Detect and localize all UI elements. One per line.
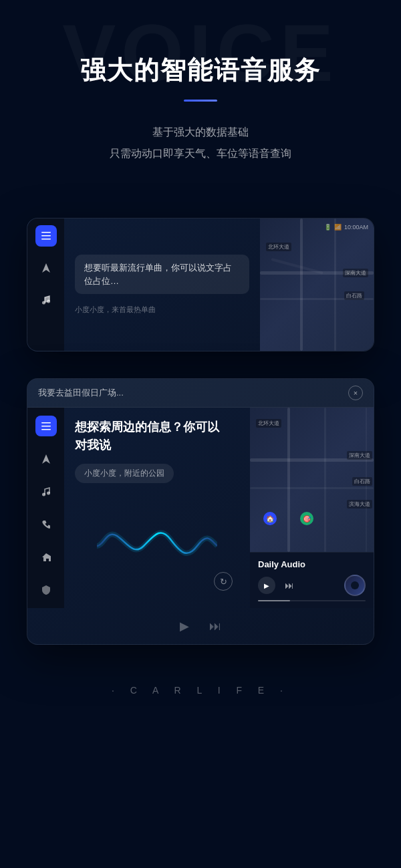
map-label-north: 北环大道: [256, 419, 281, 428]
ctrl-next-icon[interactable]: ⏭: [209, 619, 221, 633]
carlife-footer: · C A R L I F E ·: [112, 685, 289, 722]
time-display: 10:00AM: [344, 224, 368, 231]
svg-rect-2: [41, 239, 51, 240]
screen-mockup-1: 想要听最新流行单曲，你可以说文字占位占位… 小度小度，来首最热单曲 北环大道 深…: [27, 218, 374, 351]
close-button[interactable]: ×: [348, 386, 363, 400]
subtitle-line2: 只需动动口即享天气、车位等语音查询: [80, 143, 321, 164]
screen2-sidebar-home[interactable]: [35, 547, 57, 567]
title-section: 强大的智能语音服务 基于强大的数据基础 只需动动口即享天气、车位等语音查询: [80, 53, 321, 164]
main-title: 强大的智能语音服务: [80, 53, 321, 88]
sidebar-1: [27, 219, 64, 351]
wifi-icon: 📶: [334, 224, 342, 231]
screen1-chat-text: 想要听最新流行单曲，你可以说文字占位占位…: [84, 261, 240, 287]
screen2-sidebar-shield[interactable]: [35, 579, 57, 600]
voice-wave-area: ↻: [75, 494, 239, 597]
map-label-bai: 白石路: [352, 477, 372, 486]
screen2-body: 想探索周边的信息？你可以 对我说 小度小度，附近的公园: [27, 408, 374, 608]
screen1-right-panel: 北环大道 深南大道 白石路 🔋 📶 10:00AM: [260, 219, 374, 351]
svg-marker-3: [42, 263, 50, 273]
screen1-left-panel: 想要听最新流行单曲，你可以说文字占位占位… 小度小度，来首最热单曲: [64, 219, 260, 351]
sidebar-icon-music[interactable]: [35, 289, 57, 311]
map-label-bin: 滨海大道: [347, 500, 372, 509]
screen2-header-text: 我要去益田假日广场...: [38, 387, 124, 399]
screen2-sidebar: [27, 408, 64, 608]
svg-point-11: [47, 491, 50, 494]
voice-prompt-title: 想探索周边的信息？你可以 对我说: [75, 418, 239, 454]
refresh-button[interactable]: ↻: [214, 572, 233, 591]
screen1-sub-text: 小度小度，来首最热单曲: [75, 305, 249, 315]
main-content: 强大的智能语音服务 基于强大的数据基础 只需动动口即享天气、车位等语音查询: [0, 0, 401, 722]
screen1-status-bar: 🔋 📶 10:00AM: [324, 224, 368, 231]
title-underline-decoration: [184, 100, 217, 102]
progress-fill: [258, 600, 290, 601]
ctrl-play-icon[interactable]: ▶: [180, 619, 189, 633]
battery-icon: 🔋: [324, 224, 331, 231]
audio-disc: [344, 575, 366, 596]
play-button[interactable]: ▶: [258, 577, 275, 594]
svg-rect-0: [41, 232, 51, 233]
svg-rect-8: [41, 429, 51, 430]
svg-point-10: [42, 492, 45, 496]
audio-disc-inner: [351, 581, 359, 589]
sidebar-icon-menu[interactable]: [35, 225, 57, 247]
screen2-main-left: 想探索周边的信息？你可以 对我说 小度小度，附近的公园: [64, 408, 250, 608]
svg-rect-6: [41, 422, 51, 424]
audio-controls: ▶ ⏭: [258, 575, 366, 596]
map-marker-destination: 🎯: [300, 512, 313, 525]
voice-suggestion-chip[interactable]: 小度小度，附近的公园: [75, 464, 174, 483]
map-marker-home: 🏠: [263, 512, 277, 525]
svg-marker-9: [42, 454, 50, 464]
map-label-shen: 深南大道: [347, 451, 372, 460]
screen2-header: 我要去益田假日广场... ×: [27, 379, 374, 408]
svg-point-4: [42, 301, 45, 305]
sidebar-icon-nav[interactable]: [35, 257, 57, 279]
next-button[interactable]: ⏭: [285, 580, 294, 591]
subtitle-line1: 基于强大的数据基础: [80, 122, 321, 143]
screen2-sidebar-nav[interactable]: [35, 448, 57, 469]
below-controls: ▶ ⏭: [27, 608, 374, 644]
subtitle: 基于强大的数据基础 只需动动口即享天气、车位等语音查询: [80, 122, 321, 164]
audio-title: Daily Audio: [258, 559, 366, 569]
map-label-3: 白石路: [344, 291, 364, 300]
svg-point-5: [47, 300, 50, 303]
screen1-map: 北环大道 深南大道 白石路: [260, 219, 374, 351]
map-label-1: 北环大道: [266, 243, 291, 251]
screen1-chat-bubble: 想要听最新流行单曲，你可以说文字占位占位…: [75, 255, 249, 294]
screen2-sidebar-music[interactable]: [35, 481, 57, 502]
screen2-map: 北环大道 深南大道 白石路 滨海大道 🏠 🎯: [250, 408, 374, 552]
audio-player: Daily Audio ▶ ⏭: [250, 552, 374, 608]
screen-mockup-2: 我要去益田假日广场... ×: [27, 378, 374, 645]
map-label-2: 深南大道: [343, 269, 368, 277]
voice-wave-svg: [97, 523, 217, 569]
screen1-main-area: 想要听最新流行单曲，你可以说文字占位占位… 小度小度，来首最热单曲 北环大道 深…: [64, 219, 374, 351]
svg-rect-1: [41, 235, 51, 237]
screen2-sidebar-menu[interactable]: [35, 416, 57, 436]
screen2-right-panel: 北环大道 深南大道 白石路 滨海大道 🏠 🎯 Daily Audio ▶ ⏭: [250, 408, 374, 608]
progress-bar[interactable]: [258, 600, 366, 601]
progress-area: [258, 600, 366, 601]
svg-rect-7: [41, 426, 51, 427]
screen2-sidebar-phone[interactable]: [35, 514, 57, 535]
